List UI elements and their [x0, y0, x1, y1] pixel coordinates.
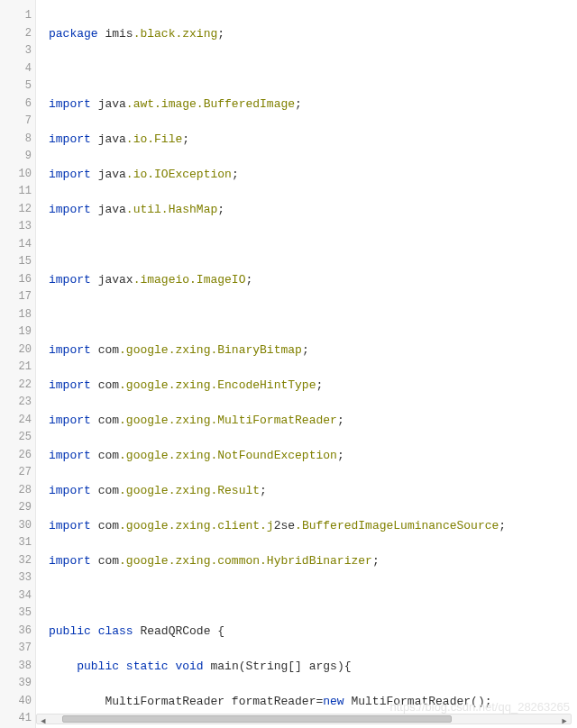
code-line: public static void main(String[] args){ [49, 658, 577, 676]
code-line: import java.io.File; [49, 131, 577, 149]
line-number: 29 [0, 499, 32, 517]
line-number: 27 [0, 464, 32, 482]
line-number: 24 [0, 412, 32, 430]
line-number: 25 [0, 429, 32, 447]
line-number: 22 [0, 377, 32, 395]
line-number: 38 [0, 658, 32, 676]
line-number: 34 [0, 587, 32, 605]
line-number: 37 [0, 640, 32, 658]
line-number: 33 [0, 569, 32, 587]
line-number: 13 [0, 218, 32, 236]
line-number: 1 [0, 7, 32, 25]
line-number: 16 [0, 271, 32, 289]
code-line: import javax.imageio.ImageIO; [49, 271, 577, 289]
scroll-left-icon[interactable]: ◄ [39, 714, 48, 728]
code-line: MultiFormatReader formatReader=new Multi… [49, 693, 577, 711]
code-line: import com.google.zxing.NotFoundExceptio… [49, 447, 577, 465]
code-body[interactable]: package imis.black.zxing; import java.aw… [36, 0, 577, 728]
line-number: 4 [0, 60, 32, 78]
code-line: public class ReadQRCode { [49, 623, 577, 641]
line-number: 18 [0, 306, 32, 324]
line-number: 30 [0, 517, 32, 535]
line-number: 32 [0, 552, 32, 570]
line-number: 31 [0, 534, 32, 552]
code-line: import com.google.zxing.MultiFormatReade… [49, 412, 577, 430]
line-number: 14 [0, 236, 32, 254]
code-line: import com.google.zxing.client.j2se.Buff… [49, 517, 577, 535]
line-gutter: 1 2 3 4 5 6 7 8 9 10 11 12 13 14 15 16 1… [0, 0, 36, 728]
code-line: import com.google.zxing.Result; [49, 482, 577, 500]
line-number: 40 [0, 693, 32, 711]
line-number: 20 [0, 341, 32, 359]
code-line: import java.awt.image.BufferedImage; [49, 96, 577, 114]
line-number: 2 [0, 25, 32, 43]
line-number: 17 [0, 288, 32, 306]
line-number: 39 [0, 675, 32, 693]
line-number: 35 [0, 605, 32, 623]
line-number: 19 [0, 323, 32, 341]
code-line: import java.io.IOException; [49, 166, 577, 184]
scrollbar-thumb[interactable] [62, 715, 452, 723]
code-line: import com.google.zxing.common.HybridBin… [49, 552, 577, 570]
horizontal-scrollbar[interactable]: ◄ ► [36, 714, 572, 724]
line-number: 6 [0, 96, 32, 114]
line-number: 23 [0, 394, 32, 412]
line-number: 12 [0, 201, 32, 219]
code-line: import com.google.zxing.BinaryBitmap; [49, 341, 577, 359]
line-number: 21 [0, 359, 32, 377]
line-number: 5 [0, 77, 32, 96]
code-line: import java.util.HashMap; [49, 201, 577, 219]
line-number: 7 [0, 113, 32, 131]
code-line: package imis.black.zxing; [49, 25, 577, 43]
line-number: 10 [0, 166, 32, 184]
line-number: 26 [0, 447, 32, 465]
code-editor: 1 2 3 4 5 6 7 8 9 10 11 12 13 14 15 16 1… [0, 0, 577, 728]
line-number: 28 [0, 482, 32, 500]
line-number: 3 [0, 42, 32, 60]
line-number: 9 [0, 148, 32, 166]
scroll-right-icon[interactable]: ► [560, 714, 569, 728]
line-number: 41 [0, 710, 32, 728]
line-number: 36 [0, 623, 32, 641]
line-number: 11 [0, 183, 32, 201]
line-number: 8 [0, 131, 32, 149]
code-line: import com.google.zxing.EncodeHintType; [49, 377, 577, 395]
line-number: 15 [0, 253, 32, 271]
